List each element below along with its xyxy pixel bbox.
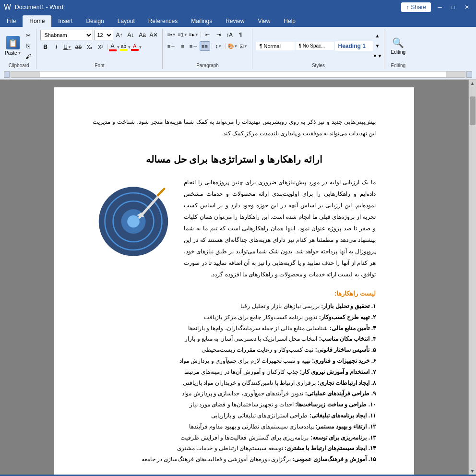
- underline-button[interactable]: U ▼: [62, 42, 73, 52]
- font-divider: [107, 44, 108, 50]
- tab-references[interactable]: References: [142, 15, 184, 27]
- format-painter-button[interactable]: 🖌: [24, 52, 33, 61]
- italic-button[interactable]: I: [51, 42, 62, 52]
- highlight-button[interactable]: ab ▼: [120, 42, 131, 52]
- clipboard-label: Clipboard: [9, 62, 29, 69]
- bullets-button[interactable]: ≡•▼: [167, 30, 177, 39]
- list-item: ۹. طراحی فرآیندهای عملیاتی: تدوین فرآیند…: [93, 388, 376, 399]
- ruler-indent-marker[interactable]: [4, 71, 10, 78]
- scroll-thumb[interactable]: [470, 96, 476, 125]
- tab-home[interactable]: Home: [23, 15, 51, 27]
- decrease-indent-button[interactable]: ⇤: [202, 30, 213, 39]
- tab-file[interactable]: File: [0, 15, 23, 27]
- align-center-button[interactable]: ≡: [178, 41, 188, 51]
- shading-arrow: ▼: [234, 44, 238, 48]
- doc-page: پیش‌بینی‌هایی جدید و نیز ذکر به روی رویش…: [54, 87, 414, 475]
- group-clipboard: 📋 Paste ▼ ✂ ⎘ 🖌 Clipboard: [2, 29, 36, 69]
- ruler-left-margin: [11, 71, 40, 77]
- tab-help[interactable]: Help: [277, 15, 302, 27]
- doc-list: ۱. تحقیق و تحلیل بازار: بررسی نیازهای با…: [93, 301, 376, 465]
- tab-mailings[interactable]: Mailings: [184, 15, 219, 27]
- styles-row: ¶ Normal ¶ No Spac... Heading 1 ▲ ▼ ▼▼: [256, 31, 381, 61]
- title-bar-right: ↑ Share ─ □ ✕: [401, 2, 472, 12]
- styles-scroll-up[interactable]: ▲: [374, 31, 381, 41]
- share-button[interactable]: ↑ Share: [401, 2, 431, 12]
- svg-point-4: [127, 215, 140, 228]
- style-nospace[interactable]: ¶ No Spac...: [296, 42, 334, 50]
- paste-label: Paste: [5, 50, 17, 56]
- numbering-button[interactable]: ≡1▼: [178, 30, 188, 39]
- paste-dropdown-arrow: ▼: [18, 51, 22, 55]
- title-bar: W Document1 - Word ↑ Share ─ □ ✕: [0, 0, 476, 14]
- word-icon: W: [4, 3, 11, 12]
- doc-target-image: [93, 177, 174, 258]
- scroll-up-arrow[interactable]: ▲: [469, 80, 476, 87]
- para-div2: [212, 43, 212, 49]
- paste-area: 📋 Paste ▼: [5, 36, 22, 56]
- copy-button[interactable]: ⎘: [24, 41, 33, 51]
- paragraph-content: ≡•▼ ≡1▼ ≡▸▼ ⇤ ⇥ ↕A ¶ ≡← ≡ ≡→ ≡≡ ↕▼ 🎨▼ ⊡▼: [167, 30, 249, 62]
- share-icon: ↑: [406, 4, 409, 11]
- numbering-arrow: ▼: [184, 33, 188, 37]
- borders-arrow: ▼: [244, 44, 248, 48]
- font-color-button[interactable]: A ▼: [109, 42, 120, 52]
- editing-button[interactable]: 🔍 Editing: [388, 36, 409, 56]
- tab-layout[interactable]: Layout: [111, 15, 142, 27]
- ruler-inner: [11, 71, 465, 78]
- font-name-select[interactable]: Shabnam: [40, 30, 93, 40]
- bold-button[interactable]: B: [40, 42, 51, 52]
- decrease-font-button[interactable]: A↓: [126, 30, 136, 40]
- font-format-row: B I U ▼ ab X₂ X² A ▼: [40, 42, 142, 52]
- text-color-arrow: ▼: [139, 45, 143, 49]
- list-item: ۱۴. ایجاد سیستم‌های ارتباط با مشتری: توس…: [93, 443, 376, 454]
- scrollbar-vertical[interactable]: ▲ ▼: [468, 80, 476, 475]
- subscript-button[interactable]: X₂: [84, 42, 95, 52]
- line-spacing-button[interactable]: ↕▼: [214, 41, 224, 51]
- justify-button[interactable]: ≡≡: [200, 41, 210, 51]
- doc-scroll-area[interactable]: پیش‌بینی‌هایی جدید و نیز ذکر به روی رویش…: [0, 80, 468, 475]
- styles-scroll-down[interactable]: ▼: [374, 41, 381, 51]
- tab-design[interactable]: Design: [79, 15, 110, 27]
- style-normal[interactable]: ¶ Normal: [256, 42, 295, 50]
- superscript-button[interactable]: X²: [95, 42, 106, 52]
- shading-button[interactable]: 🎨▼: [227, 41, 238, 51]
- tab-insert[interactable]: Insert: [51, 15, 79, 27]
- increase-font-button[interactable]: A↑: [114, 30, 125, 40]
- tab-view[interactable]: View: [251, 15, 277, 27]
- borders-button[interactable]: ⊡▼: [238, 41, 249, 51]
- style-heading1[interactable]: Heading 1: [335, 41, 373, 51]
- align-right-button[interactable]: ≡→: [189, 41, 199, 51]
- multilevel-button[interactable]: ≡▸▼: [189, 30, 199, 39]
- ribbon-tabs: File Home Insert Design Layout Reference…: [0, 14, 476, 27]
- app-title: Document1 - Word: [15, 4, 63, 11]
- styles-more-button[interactable]: ▼▼: [374, 51, 381, 61]
- para-align-row: ≡← ≡ ≡→ ≡≡ ↕▼ 🎨▼ ⊡▼: [167, 41, 249, 51]
- close-icon[interactable]: ✕: [462, 3, 472, 12]
- editing-icon: 🔍: [392, 37, 404, 48]
- ruler-right-indent[interactable]: [466, 71, 472, 78]
- font-size-select[interactable]: 12: [94, 30, 113, 40]
- doc-area: پیش‌بینی‌هایی جدید و نیز ذکر به روی رویش…: [0, 80, 476, 475]
- tab-review[interactable]: Review: [219, 15, 251, 27]
- sort-button[interactable]: ↕A: [225, 30, 235, 39]
- doc-heading: ارائه راهکارها و استراتژی‌ها برای حل مسا…: [93, 154, 376, 165]
- text-color-button[interactable]: A ▼: [131, 42, 142, 52]
- font-label: Font: [95, 62, 104, 69]
- scroll-down-arrow[interactable]: ▼: [469, 467, 476, 475]
- align-left-button[interactable]: ≡←: [167, 41, 177, 51]
- paste-label-row[interactable]: Paste ▼: [5, 50, 22, 56]
- paste-icon[interactable]: 📋: [6, 36, 20, 49]
- increase-indent-button[interactable]: ⇥: [214, 30, 224, 39]
- maximize-icon[interactable]: □: [449, 3, 458, 12]
- strikethrough-button[interactable]: ab: [73, 42, 84, 52]
- show-para-button[interactable]: ¶: [236, 30, 246, 39]
- clear-format-button[interactable]: A✕: [149, 30, 159, 40]
- list-item: ۱. تحقیق و تحلیل بازار: بررسی نیازهای با…: [93, 301, 376, 312]
- change-case-button[interactable]: Aa: [137, 30, 148, 40]
- highlight-swatch: [120, 49, 128, 51]
- ribbon-content: 📋 Paste ▼ ✂ ⎘ 🖌 Clipboard Shabnam 12: [0, 27, 476, 69]
- cut-button[interactable]: ✂: [24, 31, 33, 40]
- list-item: ۸. ایجاد ارتباطات تجاری: برقراری ارتباط …: [93, 378, 376, 389]
- minimize-icon[interactable]: ─: [435, 3, 445, 12]
- styles-content: ¶ Normal ¶ No Spac... Heading 1 ▲ ▼ ▼▼: [256, 30, 381, 62]
